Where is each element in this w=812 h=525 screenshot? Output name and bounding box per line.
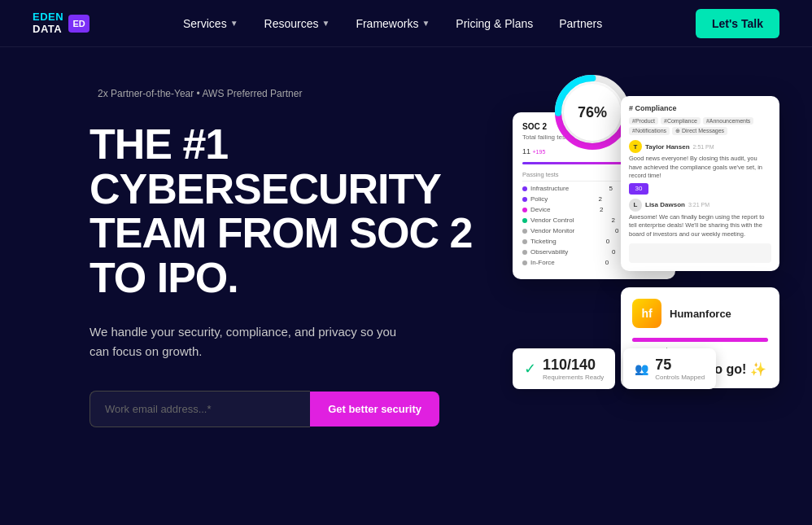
email-form: Get better security [89,391,439,427]
navbar: EDEN DATA ED Services ▼ Resources ▼ Fram… [0,0,812,47]
logo-data: DATA [33,23,62,35]
soc2-count: 11 +195 [522,147,545,155]
chat-tags: #Product #Compliance #Announcements #Not… [629,117,771,135]
nav-links: Services ▼ Resources ▼ Frameworks ▼ Pric… [183,17,602,30]
chat-panel: # Compliance #Product #Compliance #Annou… [621,96,779,271]
chat-input-area[interactable] [629,243,771,263]
nav-services[interactable]: Services ▼ [183,17,238,30]
humanforce-progress-bar [632,338,768,342]
hero-left: 2x Partner-of-the-Year • AWS Preferred P… [89,80,496,427]
email-input[interactable] [89,391,310,427]
resources-chevron-icon: ▼ [321,19,330,28]
tag-compliance: #Compliance [661,117,701,125]
humanforce-progress-container [632,338,768,342]
stat-card-requirements: ✓ 110/140 Requirements Ready [513,348,615,389]
hero-section: 2x Partner-of-the-Year • AWS Preferred P… [0,47,812,525]
bottom-stats: ✓ 110/140 Requirements Ready 👥 75 Contro… [513,348,716,389]
humanforce-name: Humanforce [670,308,731,320]
hero-subtitle: We handle your security, compliance, and… [89,322,399,361]
hero-title: THE #1 CYBERSECURITY TEAM FROM SOC 2 TO … [89,122,496,300]
nav-resources[interactable]: Resources ▼ [264,17,330,30]
avatar: L [629,199,642,212]
reaction-badge: 30 [629,183,648,195]
nav-pricing[interactable]: Pricing & Plans [456,17,533,30]
services-chevron-icon: ▼ [230,19,238,28]
tag-announcements: #Announcements [703,117,753,125]
chat-message-text: Good news everyone! By closing this audi… [629,155,771,181]
people-icon: 👥 [635,362,648,375]
drata-badge: 2x Partner-of-the-Year • AWS Preferred P… [89,88,496,99]
circle-label: 76% [564,84,621,141]
stat-controls-number: 75 [655,357,705,374]
humanforce-logo: hf [632,299,661,328]
get-better-security-button[interactable]: Get better security [310,392,439,427]
chat-sender-name: Lisa Dawson [645,201,685,208]
circle-percentage: 76% [578,104,607,121]
logo[interactable]: EDEN DATA ED [33,11,89,35]
stat-card-controls: 👥 75 Controls Mapped [623,348,716,389]
soc2-progress-bar [522,162,634,164]
tag-product: #Product [629,117,658,125]
hero-mockup: SOC 2 Total failing tests 11 +195 Passin… [513,72,779,413]
chat-time: 3:21 PM [688,202,709,208]
logo-icon: ED [68,15,89,33]
chat-time: 2:51 PM [693,144,714,150]
checkmark-icon: ✓ [524,360,536,378]
stat-controls-label: Controls Mapped [655,374,705,381]
frameworks-chevron-icon: ▼ [421,19,430,28]
drata-text: 2x Partner-of-the-Year • AWS Preferred P… [98,88,302,99]
tag-direct: ⊕ Direct Messages [672,127,727,135]
lets-talk-button[interactable]: Let's Talk [696,9,779,38]
logo-eden: EDEN [33,11,63,23]
chat-sender-name: Taylor Hansen [645,143,690,151]
stat-requirements-label: Requirements Ready [543,374,604,381]
list-item: T Taylor Hansen 2:51 PM Good news everyo… [629,140,771,195]
chat-message-text: Awesome! We can finally begin using the … [629,213,771,239]
tag-notifications: #Notifications [629,127,670,135]
nav-frameworks[interactable]: Frameworks ▼ [356,17,430,30]
soc2-section-label: Passing tests [522,171,559,178]
avatar: T [629,140,642,153]
chat-title: # Compliance [629,104,771,112]
soc2-count-change: +195 [533,149,546,155]
nav-partners[interactable]: Partners [559,17,602,30]
stat-requirements-number: 110/140 [543,357,604,374]
list-item: L Lisa Dawson 3:21 PM Awesome! We can fi… [629,199,771,239]
